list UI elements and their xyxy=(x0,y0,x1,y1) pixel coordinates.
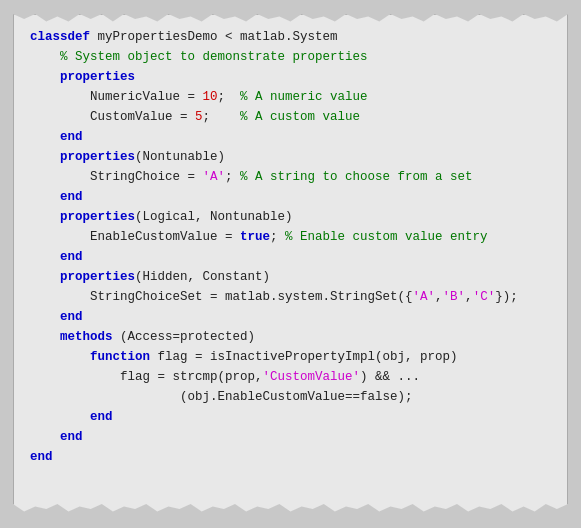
code-token: ; xyxy=(270,230,285,244)
code-token: , xyxy=(435,290,443,304)
code-token: (Hidden, Constant) xyxy=(135,270,270,284)
code-token: properties xyxy=(30,150,135,164)
code-token: CustomValue = xyxy=(30,110,195,124)
code-token: end xyxy=(30,250,83,264)
code-token: 'A' xyxy=(203,170,226,184)
code-token: 'C' xyxy=(473,290,496,304)
code-token: 5 xyxy=(195,110,203,124)
code-token: end xyxy=(30,430,83,444)
code-line: properties(Hidden, Constant) xyxy=(30,267,551,287)
code-token: }); xyxy=(495,290,518,304)
code-line: StringChoiceSet = matlab.system.StringSe… xyxy=(30,287,551,307)
code-token: % System object to demonstrate propertie… xyxy=(30,50,368,64)
code-token: (Logical, Nontunable) xyxy=(135,210,293,224)
code-token: 'CustomValue' xyxy=(263,370,361,384)
code-line: (obj.EnableCustomValue==false); xyxy=(30,387,551,407)
code-token: properties xyxy=(30,70,135,84)
code-token: ) && ... xyxy=(360,370,420,384)
code-token: NumericValue = xyxy=(30,90,203,104)
code-token: methods xyxy=(30,330,120,344)
code-token: ; xyxy=(218,90,241,104)
code-line: end xyxy=(30,447,551,467)
code-token: true xyxy=(240,230,270,244)
code-token: myPropertiesDemo < matlab.System xyxy=(90,30,338,44)
code-token: end xyxy=(30,130,83,144)
code-token: , xyxy=(465,290,473,304)
code-token: (Nontunable) xyxy=(135,150,225,164)
code-token: (obj.EnableCustomValue==false); xyxy=(30,390,413,404)
code-token: 10 xyxy=(203,90,218,104)
code-token: classdef xyxy=(30,30,90,44)
code-line: % System object to demonstrate propertie… xyxy=(30,47,551,67)
code-line: methods (Access=protected) xyxy=(30,327,551,347)
code-line: properties(Nontunable) xyxy=(30,147,551,167)
code-token: % A numeric value xyxy=(240,90,368,104)
code-token: flag = strcmp(prop, xyxy=(30,370,263,384)
code-line: EnableCustomValue = true; % Enable custo… xyxy=(30,227,551,247)
code-line: end xyxy=(30,127,551,147)
code-token: (Access=protected) xyxy=(120,330,255,344)
code-token: 'B' xyxy=(443,290,466,304)
code-token: end xyxy=(30,190,83,204)
code-line: properties(Logical, Nontunable) xyxy=(30,207,551,227)
code-token: end xyxy=(30,410,113,424)
code-line: StringChoice = 'A'; % A string to choose… xyxy=(30,167,551,187)
code-line: NumericValue = 10; % A numeric value xyxy=(30,87,551,107)
code-token: StringChoiceSet = matlab.system.StringSe… xyxy=(30,290,413,304)
code-line: end xyxy=(30,187,551,207)
code-token: % Enable custom value entry xyxy=(285,230,488,244)
code-token: end xyxy=(30,450,53,464)
code-line: end xyxy=(30,427,551,447)
code-token: StringChoice = xyxy=(30,170,203,184)
code-line: end xyxy=(30,247,551,267)
code-line: function flag = isInactivePropertyImpl(o… xyxy=(30,347,551,367)
code-token: 'A' xyxy=(413,290,436,304)
code-token: ; xyxy=(203,110,241,124)
code-line: end xyxy=(30,307,551,327)
code-token: % A custom value xyxy=(240,110,360,124)
code-line: flag = strcmp(prop,'CustomValue') && ... xyxy=(30,367,551,387)
code-token: end xyxy=(30,310,83,324)
code-token: properties xyxy=(30,270,135,284)
code-line: classdef myPropertiesDemo < matlab.Syste… xyxy=(30,27,551,47)
code-line: properties xyxy=(30,67,551,87)
code-line: CustomValue = 5; % A custom value xyxy=(30,107,551,127)
code-token: % A string to choose from a set xyxy=(240,170,473,184)
code-line: end xyxy=(30,407,551,427)
code-token: flag = isInactivePropertyImpl(obj, prop) xyxy=(150,350,458,364)
code-token: ; xyxy=(225,170,240,184)
code-token: function xyxy=(30,350,150,364)
code-block: classdef myPropertiesDemo < matlab.Syste… xyxy=(13,14,568,514)
code-token: properties xyxy=(30,210,135,224)
code-token: EnableCustomValue = xyxy=(30,230,240,244)
